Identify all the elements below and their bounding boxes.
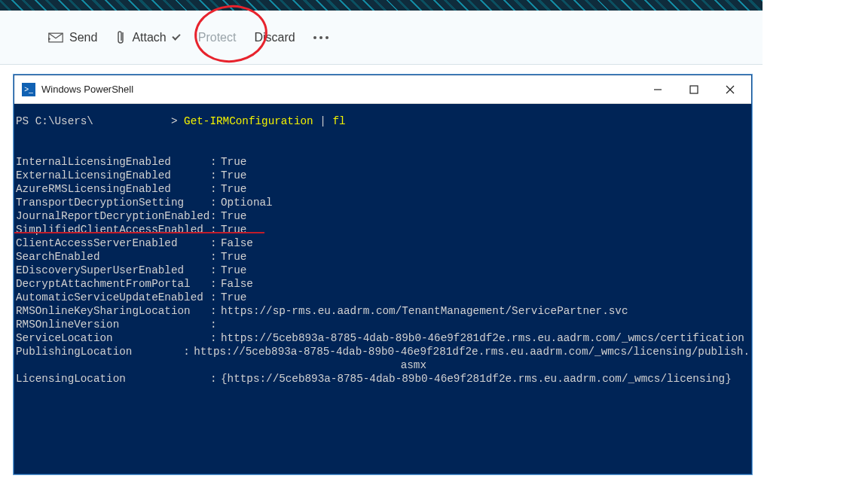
cmdlet-name-2: fl bbox=[332, 115, 345, 127]
window-titlebar[interactable]: >_ Windows PowerShell bbox=[14, 75, 751, 104]
compose-toolbar: Send Attach Protect Discard bbox=[0, 11, 763, 65]
paperclip-icon bbox=[115, 29, 126, 46]
output-row: InternalLicensingEnabled: True bbox=[16, 155, 750, 169]
output-key: LicensingLocation bbox=[16, 372, 210, 386]
output-key: AutomaticServiceUpdateEnabled bbox=[16, 291, 210, 304]
output-key: TransportDecryptionSetting bbox=[16, 196, 210, 209]
svg-rect-2 bbox=[690, 86, 698, 93]
discard-button[interactable]: Discard bbox=[254, 31, 295, 44]
output-value: True bbox=[221, 209, 246, 223]
minimize-button[interactable] bbox=[640, 75, 676, 104]
output-row: RMSOnlineKeySharingLocation: https://sp-… bbox=[16, 304, 750, 318]
annotation-underline bbox=[14, 232, 264, 233]
output-row: ServiceLocation: https://5ceb893a-8785-4… bbox=[16, 331, 750, 345]
output-key: RMSOnlineVersion bbox=[16, 318, 210, 331]
cmdlet-name: Get-IRMConfiguration bbox=[184, 115, 313, 127]
output-value: True bbox=[221, 250, 246, 264]
output-row: EDiscoverySuperUserEnabled: True bbox=[16, 264, 750, 277]
send-icon bbox=[48, 32, 63, 43]
output-value: {https://5ceb893a-8785-4dab-89b0-46e9f28… bbox=[221, 372, 732, 386]
window-title: Windows PowerShell bbox=[41, 84, 133, 95]
output-key: SimplifiedClientAccessEnabled bbox=[16, 223, 210, 236]
powershell-icon: >_ bbox=[22, 83, 35, 96]
discard-label: Discard bbox=[254, 31, 295, 44]
output-key: JournalReportDecryptionEnabled bbox=[16, 209, 210, 223]
output-value: https://sp-rms.eu.aadrm.com/TenantManage… bbox=[221, 304, 628, 318]
output-key: PublishingLocation bbox=[16, 345, 183, 372]
send-label: Send bbox=[69, 31, 97, 44]
output-row: PublishingLocation: https://5ceb893a-878… bbox=[16, 345, 750, 372]
output-value: False bbox=[221, 236, 253, 250]
send-button[interactable]: Send bbox=[48, 31, 97, 44]
more-actions-button[interactable] bbox=[313, 36, 329, 39]
output-key: RMSOnlineKeySharingLocation bbox=[16, 304, 210, 318]
attach-label: Attach bbox=[132, 31, 166, 44]
output-row: SimplifiedClientAccessEnabled: True bbox=[16, 223, 750, 236]
chevron-down-icon bbox=[172, 32, 180, 40]
close-icon bbox=[726, 85, 735, 94]
output-key: EDiscoverySuperUserEnabled bbox=[16, 264, 210, 277]
output-key: ExternalLicensingEnabled bbox=[16, 169, 210, 182]
output-value: True bbox=[221, 182, 246, 196]
close-button[interactable] bbox=[712, 75, 748, 104]
output-value: True bbox=[221, 169, 246, 182]
circuit-header-decoration bbox=[0, 0, 763, 11]
output-row: ExternalLicensingEnabled: True bbox=[16, 169, 750, 182]
more-icon bbox=[313, 36, 329, 39]
attach-button[interactable]: Attach bbox=[115, 29, 179, 46]
output-row: AutomaticServiceUpdateEnabled: True bbox=[16, 291, 750, 304]
output-value: True bbox=[221, 291, 246, 304]
output-value: False bbox=[221, 277, 253, 291]
output-row: LicensingLocation: {https://5ceb893a-878… bbox=[16, 372, 750, 386]
output-key: InternalLicensingEnabled bbox=[16, 155, 210, 169]
output-row: TransportDecryptionSetting: Optional bbox=[16, 196, 750, 209]
page-scroll-region[interactable]: >_ Windows PowerShell PS C:\Users\ > Get… bbox=[0, 65, 763, 497]
protect-label: Protect bbox=[198, 31, 237, 44]
output-key: ServiceLocation bbox=[16, 331, 210, 345]
output-value: https://5ceb893a-8785-4dab-89b0-46e9f281… bbox=[194, 345, 750, 372]
output-key: AzureRMSLicensingEnabled bbox=[16, 182, 210, 196]
powershell-window: >_ Windows PowerShell PS C:\Users\ > Get… bbox=[14, 75, 752, 474]
output-row: SearchEnabled: True bbox=[16, 250, 750, 264]
output-key: SearchEnabled bbox=[16, 250, 210, 264]
output-value: True bbox=[221, 223, 246, 236]
maximize-button[interactable] bbox=[676, 75, 712, 104]
output-value: https://5ceb893a-8785-4dab-89b0-46e9f281… bbox=[221, 331, 744, 345]
output-value: Optional bbox=[221, 196, 273, 209]
output-value: True bbox=[221, 264, 246, 277]
protect-button[interactable]: Protect bbox=[198, 31, 237, 44]
output-key: ClientAccessServerEnabled bbox=[16, 236, 210, 250]
prompt: PS C:\Users\ > bbox=[16, 115, 184, 127]
output-key: DecryptAttachmentFromPortal bbox=[16, 277, 210, 291]
output-row: AzureRMSLicensingEnabled: True bbox=[16, 182, 750, 196]
maximize-icon bbox=[689, 85, 698, 94]
output-row: RMSOnlineVersion: bbox=[16, 318, 750, 331]
output-row: JournalReportDecryptionEnabled: True bbox=[16, 209, 750, 223]
output-value: True bbox=[221, 155, 246, 169]
output-row: ClientAccessServerEnabled: False bbox=[16, 236, 750, 250]
minimize-icon bbox=[653, 85, 662, 94]
output-row: DecryptAttachmentFromPortal: False bbox=[16, 277, 750, 291]
output-block: InternalLicensingEnabled: TrueExternalLi… bbox=[16, 155, 750, 386]
powershell-console[interactable]: PS C:\Users\ > Get-IRMConfiguration | fl… bbox=[14, 104, 751, 474]
